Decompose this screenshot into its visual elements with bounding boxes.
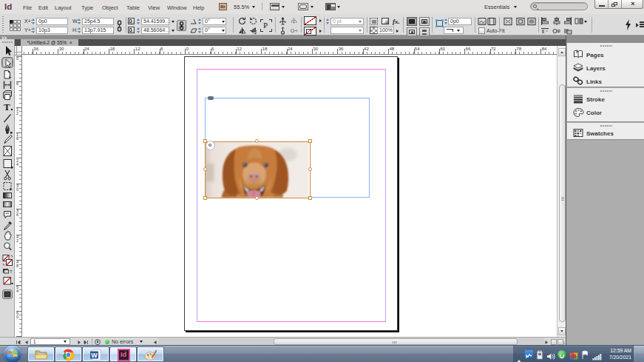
svg-text:T: T: [10, 269, 13, 274]
svg-text:T: T: [4, 101, 10, 113]
svg-text:W: W: [91, 352, 98, 359]
